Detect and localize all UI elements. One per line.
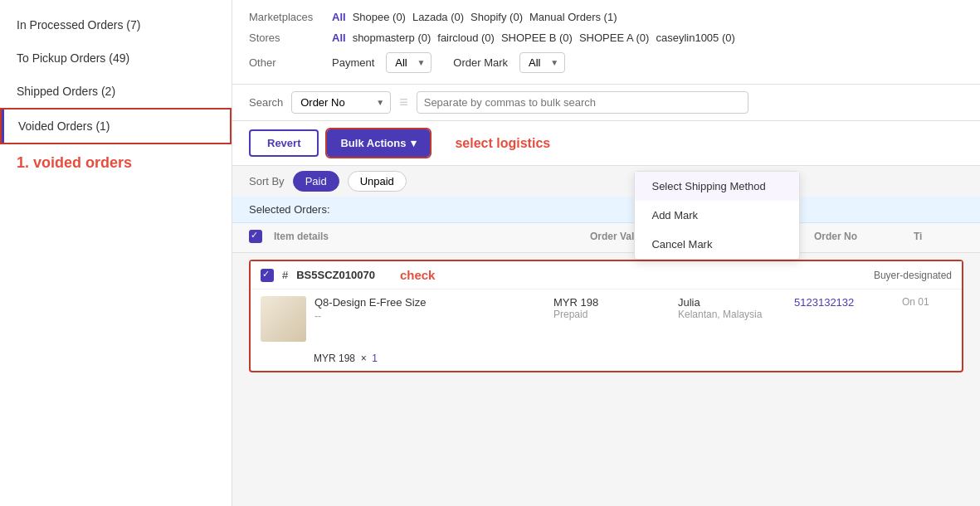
bulk-actions-dropdown: Select Shipping Method Add Mark Cancel M… bbox=[634, 171, 800, 260]
table-row: # BS5SCZ010070 check Buyer-designated Q8… bbox=[249, 260, 963, 372]
order-no-col-header: Order No bbox=[814, 230, 914, 246]
dropdown-select-shipping[interactable]: Select Shipping Method bbox=[635, 172, 799, 201]
product-sub: -- bbox=[314, 310, 545, 322]
stores-row: Stores All shopmasterp (0) faircloud (0)… bbox=[249, 27, 963, 48]
time-col-header: Ti bbox=[914, 230, 963, 246]
sidebar-item-to-pickup[interactable]: To Pickup Orders (49) bbox=[0, 41, 232, 75]
order-value-amount: MYR 198 bbox=[553, 296, 670, 309]
product-details: Q8-Design E-Free Size -- bbox=[314, 296, 545, 322]
search-type-select[interactable]: Order No bbox=[291, 91, 391, 114]
item-details-col-header: Item details bbox=[274, 230, 590, 246]
dropdown-add-mark[interactable]: Add Mark bbox=[635, 201, 799, 230]
voided-annotation: 1. voided orders bbox=[0, 144, 232, 182]
table-header-row: Item details Order Value & Payment Recip… bbox=[232, 223, 980, 253]
store-all[interactable]: All bbox=[332, 32, 346, 44]
buyer-designated-label: Buyer-designated bbox=[874, 270, 952, 281]
order-mark-label: Order Mark bbox=[453, 56, 508, 69]
marketplace-shopify[interactable]: Shopify (0) bbox=[470, 11, 523, 23]
divider-icon: ≡ bbox=[399, 94, 408, 111]
stores-label: Stores bbox=[249, 32, 324, 44]
store-faircloud[interactable]: faircloud (0) bbox=[437, 32, 495, 44]
filter-bar: Marketplaces All Shopee (0) Lazada (0) S… bbox=[232, 0, 980, 85]
myr-x-symbol: × bbox=[361, 353, 367, 364]
search-label: Search bbox=[249, 96, 283, 109]
payment-label: Payment bbox=[332, 56, 374, 69]
row-checkbox[interactable] bbox=[261, 269, 274, 282]
marketplaces-values: All Shopee (0) Lazada (0) Shopify (0) Ma… bbox=[332, 11, 617, 23]
payment-status: Prepaid bbox=[553, 309, 670, 320]
myr-count: 1 bbox=[372, 353, 378, 364]
store-caseylin1005[interactable]: caseylin1005 (0) bbox=[656, 32, 734, 44]
hash-symbol: # bbox=[282, 269, 288, 281]
recipient-region: Kelantan, Malaysia bbox=[678, 309, 786, 320]
bulk-actions-container: Bulk Actions ▾ Select Shipping Method Ad… bbox=[327, 129, 430, 157]
store-shopee-b[interactable]: SHOPEE B (0) bbox=[501, 32, 573, 44]
check-annotation: check bbox=[400, 268, 436, 282]
order-mark-select-wrapper: All ▼ bbox=[519, 52, 565, 73]
recipient-name: Julia bbox=[678, 296, 786, 309]
product-image bbox=[261, 296, 306, 342]
dropdown-cancel-mark[interactable]: Cancel Mark bbox=[635, 230, 799, 259]
order-mark-select[interactable]: All bbox=[519, 52, 565, 73]
marketplace-lazada[interactable]: Lazada (0) bbox=[412, 11, 464, 23]
product-name: Q8-Design E-Free Size bbox=[314, 296, 545, 309]
search-input-wrapper bbox=[417, 91, 748, 114]
store-shopee-a[interactable]: SHOPEE A (0) bbox=[579, 32, 650, 44]
row-header: # BS5SCZ010070 check Buyer-designated bbox=[251, 261, 962, 289]
order-value-cell: MYR 198 Prepaid bbox=[553, 296, 670, 320]
search-bar: Search Order No ▼ ≡ bbox=[232, 85, 980, 121]
bulk-actions-chevron-icon: ▾ bbox=[411, 137, 417, 149]
store-shopmasterp[interactable]: shopmasterp (0) bbox=[353, 32, 431, 44]
search-select-wrapper: Order No ▼ bbox=[291, 91, 391, 114]
selected-orders-bar: Selected Orders: bbox=[232, 197, 980, 223]
order-no-cell: 5123132132 bbox=[794, 296, 894, 309]
sort-by-label: Sort By bbox=[249, 175, 285, 187]
marketplace-manual[interactable]: Manual Orders (1) bbox=[529, 11, 617, 23]
sort-paid-button[interactable]: Paid bbox=[293, 171, 339, 192]
marketplaces-row: Marketplaces All Shopee (0) Lazada (0) S… bbox=[249, 7, 963, 27]
table-body: # BS5SCZ010070 check Buyer-designated Q8… bbox=[232, 253, 980, 379]
row-content: Q8-Design E-Free Size -- MYR 198 Prepaid… bbox=[251, 289, 962, 348]
checkbox-col bbox=[249, 230, 274, 246]
bulk-actions-button[interactable]: Bulk Actions ▾ bbox=[327, 129, 430, 157]
sidebar-item-shipped[interactable]: Shipped Orders (2) bbox=[0, 75, 232, 108]
sort-unpaid-button[interactable]: Unpaid bbox=[348, 171, 407, 192]
time-cell: On 01 bbox=[902, 296, 952, 308]
payment-select-wrapper: All ▼ bbox=[386, 52, 431, 73]
revert-button[interactable]: Revert bbox=[249, 129, 319, 157]
other-row: Other Payment All ▼ Order Mark All ▼ bbox=[249, 48, 963, 77]
marketplace-all[interactable]: All bbox=[332, 11, 346, 23]
order-no-link[interactable]: 5123132132 bbox=[794, 296, 854, 309]
main-content: Marketplaces All Shopee (0) Lazada (0) S… bbox=[232, 0, 980, 506]
payment-select[interactable]: All bbox=[386, 52, 431, 73]
marketplace-shopee[interactable]: Shopee (0) bbox=[353, 11, 406, 23]
recipient-cell: Julia Kelantan, Malaysia bbox=[678, 296, 786, 320]
sidebar: In Processed Orders (7) To Pickup Orders… bbox=[0, 0, 232, 506]
marketplaces-label: Marketplaces bbox=[249, 11, 324, 23]
order-id: BS5SCZ010070 bbox=[296, 269, 375, 281]
other-label: Other bbox=[249, 56, 324, 69]
myr-row: MYR 198 × 1 bbox=[251, 348, 962, 371]
sort-bar: Sort By Paid Unpaid bbox=[232, 166, 980, 197]
active-indicator bbox=[2, 109, 4, 143]
sidebar-item-processed[interactable]: In Processed Orders (7) bbox=[0, 8, 232, 41]
search-input[interactable] bbox=[424, 92, 741, 113]
myr-amount: MYR 198 bbox=[314, 353, 355, 364]
header-checkbox[interactable] bbox=[249, 230, 262, 243]
logistics-annotation: select logistics bbox=[455, 136, 550, 151]
stores-values: All shopmasterp (0) faircloud (0) SHOPEE… bbox=[332, 32, 735, 44]
toolbar: Revert Bulk Actions ▾ Select Shipping Me… bbox=[232, 121, 980, 166]
sidebar-item-voided[interactable]: Voided Orders (1) bbox=[0, 108, 232, 144]
